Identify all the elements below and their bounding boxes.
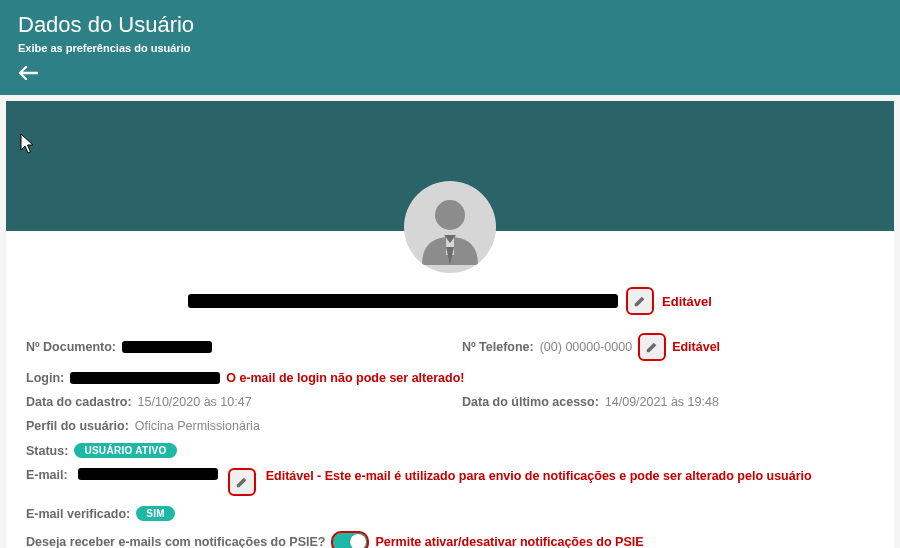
user-name-redacted (188, 294, 618, 308)
notificacoes-label: Deseja receber e-mails com notificações … (26, 535, 325, 548)
pencil-icon (235, 475, 249, 489)
avatar (404, 181, 496, 273)
telefone-label: Nº Telefone: (462, 340, 534, 354)
edit-name-button[interactable] (626, 287, 654, 315)
back-arrow-icon[interactable] (18, 64, 38, 85)
login-label: Login: (26, 371, 64, 385)
toggle-knob (350, 534, 366, 548)
email-verificado-label: E-mail verificado: (26, 507, 130, 521)
ultimo-acesso-label: Data do último acesso: (462, 395, 599, 409)
page-subtitle: Exibe as preferências do usuário (18, 42, 882, 54)
avatar-placeholder-icon (410, 187, 490, 267)
notificacoes-toggle[interactable] (331, 531, 369, 548)
page-header: Dados do Usuário Exibe as preferências d… (0, 0, 900, 95)
status-badge: USUÁRIO ATIVO (74, 443, 176, 458)
email-verificado-badge: SIM (136, 506, 175, 521)
profile-banner (6, 101, 894, 231)
pencil-icon (645, 340, 659, 354)
cadastro-label: Data do cadastro: (26, 395, 132, 409)
perfil-value: Oficina Permissionária (135, 419, 260, 433)
email-value-redacted (78, 468, 218, 480)
edit-telefone-button[interactable] (638, 333, 666, 361)
email-label: E-mail: (26, 468, 68, 482)
edit-email-button[interactable] (228, 468, 256, 496)
login-value-redacted (70, 372, 220, 384)
annotation-toggle: Permite ativar/desativar notificações do… (375, 535, 643, 548)
annotation-email-editable: Editável - Este e-mail é utilizado para … (266, 468, 812, 484)
pencil-icon (633, 294, 647, 308)
annotation-telefone-editable: Editável (672, 340, 720, 354)
annotation-login-locked: O e-mail de login não pode ser alterado! (226, 371, 464, 385)
documento-label: Nº Documento: (26, 340, 116, 354)
cadastro-value: 15/10/2020 às 10:47 (138, 395, 252, 409)
telefone-value: (00) 00000-0000 (540, 340, 632, 354)
annotation-name-editable: Editável (662, 294, 712, 309)
ultimo-acesso-value: 14/09/2021 às 19:48 (605, 395, 719, 409)
perfil-label: Perfil do usuário: (26, 419, 129, 433)
svg-point-0 (435, 200, 465, 230)
status-label: Status: (26, 444, 68, 458)
documento-value-redacted (122, 341, 212, 353)
profile-content: Editável Nº Documento: Nº Telefone: (00)… (6, 231, 894, 548)
page-title: Dados do Usuário (18, 12, 882, 38)
